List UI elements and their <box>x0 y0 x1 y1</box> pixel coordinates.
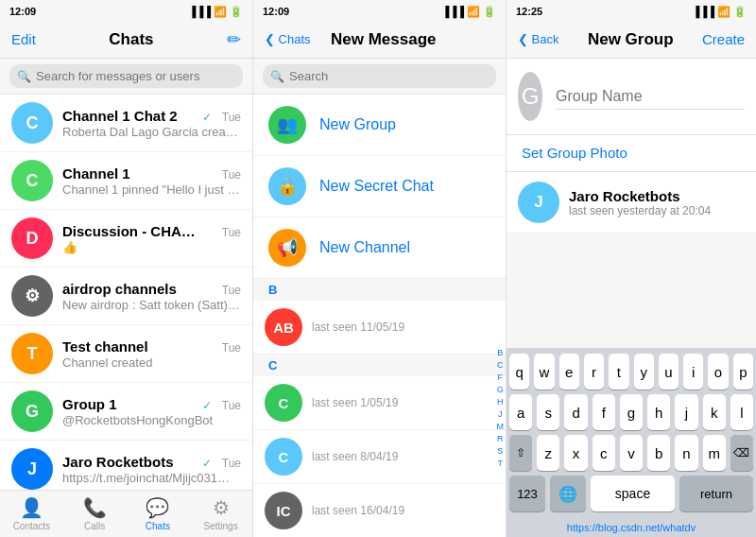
contact-item-contact-c1[interactable]: C last seen 1/05/19 <box>253 376 506 430</box>
return-key[interactable]: return <box>679 476 753 511</box>
menu-item-new-secret-chat[interactable]: 🔒 New Secret Chat <box>253 156 506 217</box>
chat-item[interactable]: C Channel 1 Chat 2 ✓ Tue Roberta Dal Lag… <box>0 95 252 152</box>
settings-tab-icon: ⚙ <box>213 496 230 519</box>
member-info: Jaro Rocketbots last seen yesterday at 2… <box>569 188 745 217</box>
alpha-H[interactable]: H <box>497 396 505 408</box>
key-k[interactable]: k <box>703 394 726 430</box>
calls-tab-icon: 📞 <box>83 496 107 519</box>
key-r[interactable]: r <box>584 354 604 390</box>
set-group-photo-button[interactable]: Set Group Photo <box>507 135 756 172</box>
alpha-J[interactable]: J <box>497 408 505 421</box>
shift-key[interactable]: ⇧ <box>509 435 532 471</box>
tab-settings[interactable]: ⚙ Settings <box>189 491 252 537</box>
group-header: G <box>507 59 756 135</box>
search-input-middle[interactable] <box>289 69 489 83</box>
key-q[interactable]: q <box>509 354 529 390</box>
key-d[interactable]: d <box>564 394 587 430</box>
key-w[interactable]: w <box>534 354 554 390</box>
alpha-G[interactable]: G <box>497 384 505 396</box>
space-key[interactable]: space <box>591 476 675 511</box>
alpha-T[interactable]: T <box>497 458 505 470</box>
chat-preview: Roberta Dal Lago Garcia created the gr..… <box>62 125 241 139</box>
chat-preview: Channel 1 pinned "Hello I just cr..." <box>62 182 241 197</box>
status-bar-middle: 12:09 ▐▐▐ 📶 🔋 <box>253 0 506 21</box>
chat-avatar: C <box>11 102 53 144</box>
back-to-chats-button[interactable]: ❮ Chats <box>265 32 311 46</box>
calls-tab-label: Calls <box>84 521 105 531</box>
members-list: J Jaro Rocketbots last seen yesterday at… <box>507 172 756 234</box>
key-p[interactable]: p <box>733 354 753 390</box>
settings-tab-label: Settings <box>204 521 238 531</box>
alpha-B[interactable]: B <box>497 347 505 359</box>
group-name-input[interactable] <box>556 84 745 110</box>
compose-icon[interactable]: ✏ <box>227 29 241 50</box>
chat-content: Jaro Rocketbots ✓ Tue https://t.me/joinc… <box>62 454 241 485</box>
alpha-M[interactable]: M <box>497 421 505 433</box>
key-u[interactable]: u <box>659 354 679 390</box>
keyboard-row-1: asdfghjkl <box>509 394 753 430</box>
chat-item[interactable]: D Discussion - CHANNEL 1 Tue 👍 <box>0 210 252 268</box>
menu-item-new-channel[interactable]: 📢 New Channel <box>253 217 506 279</box>
key-v[interactable]: v <box>620 435 643 471</box>
back-button[interactable]: ❮ Back <box>518 32 559 46</box>
key-m[interactable]: m <box>703 435 726 471</box>
globe-key[interactable]: 🌐 <box>550 476 586 511</box>
chat-item[interactable]: C Channel 1 Tue Channel 1 pinned "Hello … <box>0 152 252 210</box>
key-i[interactable]: i <box>683 354 703 390</box>
chats-title: Chats <box>109 30 153 49</box>
chat-name: Jaro Rocketbots <box>62 454 174 470</box>
key-n[interactable]: n <box>675 435 697 471</box>
alpha-S[interactable]: S <box>497 445 505 458</box>
key-h[interactable]: h <box>647 394 670 430</box>
chat-item[interactable]: J Jaro Rocketbots ✓ Tue https://t.me/joi… <box>0 441 252 490</box>
key-x[interactable]: x <box>564 435 587 471</box>
contact-avatar: AB <box>265 308 302 346</box>
chat-avatar: J <box>11 448 53 490</box>
key-e[interactable]: e <box>559 354 579 390</box>
tab-contacts[interactable]: 👤 Contacts <box>0 491 63 537</box>
menu-item-new-group[interactable]: 👥 New Group <box>253 95 506 156</box>
key-o[interactable]: o <box>708 354 728 390</box>
status-icons-right: ▐▐▐ 📶 🔋 <box>693 6 747 18</box>
chat-list: C Channel 1 Chat 2 ✓ Tue Roberta Dal Lag… <box>0 95 252 490</box>
chat-item[interactable]: G Group 1 ✓ Tue @RocketbotsHongKongBot <box>0 383 252 441</box>
tab-calls[interactable]: 📞 Calls <box>63 491 127 537</box>
key-s[interactable]: s <box>537 394 559 430</box>
tab-chats[interactable]: 💬 Chats <box>127 491 190 537</box>
create-button[interactable]: Create <box>702 31 745 47</box>
contact-info: last seen 1/05/19 <box>312 396 494 409</box>
chat-avatar: ⚙ <box>11 275 53 317</box>
menu-list: 👥 New Group 🔒 New Secret Chat 📢 New Chan… <box>253 95 506 279</box>
chat-preview: Channel created <box>62 355 241 370</box>
key-y[interactable]: y <box>634 354 654 390</box>
chat-content: Channel 1 Chat 2 ✓ Tue Roberta Dal Lago … <box>62 108 241 139</box>
chat-item[interactable]: ⚙ airdrop channels Tue New airdrop : Sat… <box>0 268 252 325</box>
contact-item-contact-ic[interactable]: IC last seen 16/04/19 <box>253 484 506 537</box>
key-b[interactable]: b <box>647 435 670 471</box>
key-f[interactable]: f <box>593 394 615 430</box>
edit-button[interactable]: Edit <box>11 31 36 47</box>
delete-key[interactable]: ⌫ <box>730 435 753 471</box>
keyboard-row-0: qwertyuiop <box>509 354 753 390</box>
key-l[interactable]: l <box>730 394 753 430</box>
chat-item[interactable]: T Test channel Tue Channel created <box>0 325 252 383</box>
new-group-label: New Group <box>319 116 396 133</box>
num-key[interactable]: 123 <box>509 476 545 511</box>
alpha-C[interactable]: C <box>497 359 505 372</box>
contact-item-contact-c2[interactable]: C last seen 8/04/19 <box>253 430 506 484</box>
keyboard-bottom-row: 123🌐spacereturn <box>509 476 753 511</box>
contact-list: B AB last seen 11/05/19 C C last seen 1/… <box>253 279 506 537</box>
key-j[interactable]: j <box>675 394 697 430</box>
new-channel-label: New Channel <box>319 239 410 256</box>
key-t[interactable]: t <box>609 354 628 390</box>
key-c[interactable]: c <box>593 435 615 471</box>
keyboard[interactable]: qwertyuiopasdfghjkl⇧zxcvbnm⌫123🌐spaceret… <box>507 348 756 520</box>
search-input-left[interactable] <box>36 69 235 83</box>
alpha-F[interactable]: F <box>497 372 505 384</box>
key-g[interactable]: g <box>620 394 643 430</box>
key-z[interactable]: z <box>537 435 559 471</box>
contact-time: last seen 1/05/19 <box>312 396 494 409</box>
alpha-R[interactable]: R <box>497 433 505 445</box>
key-a[interactable]: a <box>509 394 532 430</box>
contact-item-contact-ab[interactable]: AB last seen 11/05/19 <box>253 301 506 355</box>
